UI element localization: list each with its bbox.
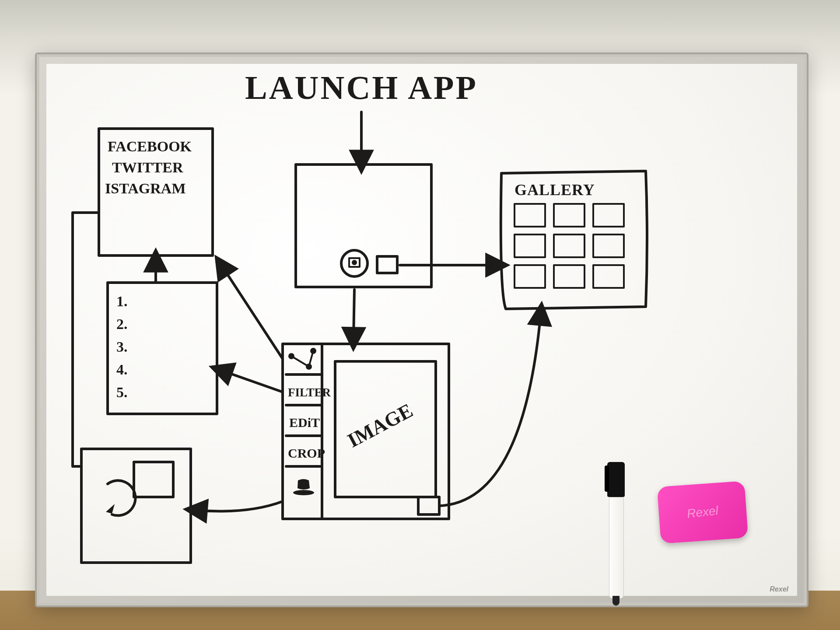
filter-list-screen: 1. 2. 3. 4. 5.: [108, 283, 217, 414]
arrow-home-to-edit: [354, 290, 354, 340]
svg-rect-9: [514, 265, 545, 288]
social-item-1: TWITTER: [112, 159, 183, 175]
svg-point-21: [293, 490, 314, 495]
svg-rect-8: [593, 234, 624, 257]
arrow-social-loop: [73, 213, 98, 466]
arrow-filter-to-list: [220, 370, 283, 392]
svg-rect-0: [296, 164, 431, 287]
filter-item-3: 4.: [116, 361, 128, 378]
svg-rect-4: [554, 204, 584, 227]
home-screen: [296, 164, 431, 287]
gallery-title: GALLERY: [514, 181, 595, 199]
whiteboard-marker: [606, 462, 626, 606]
whiteboard-frame: LAUNCH APP GALLERY: [35, 52, 808, 607]
social-item-0: FACEBOOK: [108, 138, 192, 154]
svg-point-2: [352, 260, 357, 265]
svg-rect-3: [514, 204, 545, 227]
arrow-crop-to-cropscreen: [195, 501, 283, 511]
svg-rect-11: [593, 265, 624, 288]
share-icon: [286, 348, 321, 374]
gallery-grid-icon: [514, 204, 624, 288]
social-screen: FACEBOOK TWITTER ISTAGRAM: [99, 129, 213, 256]
rotate-icon: [106, 480, 136, 515]
filter-item-1: 2.: [116, 316, 128, 332]
svg-rect-6: [514, 234, 545, 257]
tool-crop: CROP: [288, 446, 325, 460]
crop-preview-icon: [134, 462, 173, 497]
filter-item-4: 5.: [116, 384, 128, 400]
bottom-tool-icon: [293, 479, 314, 495]
social-item-2: ISTAGRAM: [105, 180, 186, 196]
arrow-share-to-social-branch: [221, 265, 283, 359]
svg-rect-5: [593, 204, 624, 227]
svg-rect-10: [554, 265, 584, 288]
tool-filter: FILTER: [288, 386, 331, 399]
arrow-edit-to-gallery: [440, 313, 541, 506]
filter-item-2: 3.: [116, 339, 128, 355]
filter-item-0: 1.: [116, 293, 128, 309]
gallery-screen: GALLERY: [501, 171, 647, 309]
whiteboard-eraser: Rexel: [657, 481, 749, 544]
edit-screen: FILTER EDiT CROP IMAGE: [283, 344, 449, 519]
home-gallery-thumb-icon: [377, 256, 397, 273]
crop-screen: [81, 449, 191, 563]
edit-next-icon: [418, 497, 439, 514]
tool-edit: EDiT: [289, 415, 320, 430]
title-text: LAUNCH APP: [245, 69, 478, 106]
whiteboard-surface: LAUNCH APP GALLERY: [46, 64, 797, 596]
whiteboard-brand: Rexel: [770, 585, 788, 593]
svg-rect-7: [554, 234, 584, 257]
image-label: IMAGE: [344, 399, 416, 452]
